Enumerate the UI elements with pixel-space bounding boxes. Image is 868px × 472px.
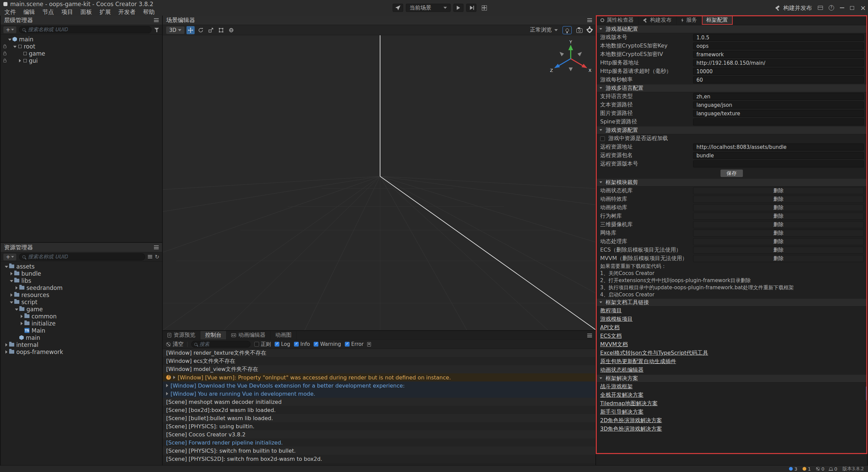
tree-down-arrow-icon[interactable] — [7, 37, 12, 42]
menu-item-项目[interactable]: 项目 — [58, 8, 77, 16]
preview-device-button[interactable] — [393, 4, 403, 12]
layout-button[interactable] — [479, 4, 489, 12]
console-log-row[interactable]: [Window] model_view文件夹不存在 — [163, 365, 595, 373]
inspector-tab-框架配置[interactable]: 框架配置 — [702, 16, 733, 25]
module-delete-button[interactable]: 删除 — [773, 188, 784, 194]
close-button[interactable] — [860, 5, 865, 11]
console-tab-资源预览[interactable]: 资源预览 — [163, 331, 200, 339]
doc-link[interactable]: ECS文档 — [600, 333, 622, 340]
hierarchy-search-input[interactable]: 搜索名称或 UUID — [19, 26, 152, 33]
module-delete-button[interactable]: 删除 — [773, 213, 784, 219]
tree-right-arrow-icon[interactable] — [9, 293, 14, 297]
tree-down-arrow-icon[interactable] — [14, 307, 19, 312]
doc-link[interactable]: 游戏模板项目 — [600, 316, 633, 323]
expand-arrow-icon[interactable] — [173, 376, 175, 379]
doc-link[interactable]: Excel格式转Json文件与TypeScript代码工具 — [600, 350, 708, 357]
doc-link[interactable]: 战斗游戏框架 — [600, 383, 633, 390]
console-tab-动画编辑器[interactable]: 动画编辑器 — [226, 331, 271, 339]
console-log-row[interactable]: [Window] You are running Vue in developm… — [163, 390, 595, 398]
filter-icon[interactable] — [154, 27, 159, 32]
console-log-row[interactable]: [Window] ecs文件夹不存在 — [163, 357, 595, 365]
view-mode-dropdown[interactable]: 正常浏览 — [530, 26, 558, 34]
doc-link[interactable]: 新手引导解决方案 — [600, 409, 644, 416]
inspector-tab-属性检查器[interactable]: 属性检查器 — [596, 16, 638, 25]
tree-node-libs[interactable]: libs — [1, 277, 162, 284]
module-delete-button[interactable]: 删除 — [773, 255, 784, 262]
minimize-button[interactable] — [840, 7, 844, 8]
clear-console-button[interactable]: 清空 — [166, 341, 183, 348]
tree-right-arrow-icon[interactable] — [14, 286, 19, 290]
doc-link[interactable]: 3D角色扮演游戏解决方案 — [600, 426, 662, 433]
console-log-row[interactable]: [Scene] [PHYSICS]: using builtin. — [163, 422, 595, 430]
regex-checkbox[interactable] — [254, 342, 259, 347]
field-input[interactable]: http://localhost:8083/assets/bundle — [693, 143, 864, 151]
assets-search-input[interactable]: 搜索名称或 UUID — [19, 253, 145, 260]
field-input[interactable]: language/texture — [693, 110, 864, 117]
tree-node-gui[interactable]: gui — [1, 57, 162, 64]
warning-count[interactable]: 1 — [803, 466, 811, 472]
doc-link[interactable]: 原生包热更新配置自动生成插件 — [600, 358, 676, 365]
console-log-row[interactable]: [Scene] [PHYSICS]: switch from builtin t… — [163, 447, 595, 455]
panel-menu-icon[interactable] — [154, 18, 159, 22]
tree-node-main[interactable]: main — [1, 36, 162, 43]
doc-link[interactable]: MVVM文档 — [600, 341, 628, 348]
module-delete-button[interactable]: 删除 — [773, 204, 784, 211]
console-log-row[interactable]: [Window] render_texture文件夹不存在 — [163, 349, 595, 357]
add-asset-button[interactable] — [3, 254, 16, 260]
sort-icon[interactable] — [148, 255, 152, 259]
menu-item-文件[interactable]: 文件 — [1, 8, 20, 16]
module-delete-button[interactable]: 删除 — [773, 196, 784, 202]
panel-menu-icon[interactable] — [587, 334, 592, 337]
menu-item-编辑[interactable]: 编辑 — [20, 8, 39, 16]
field-input[interactable]: language/json — [693, 101, 864, 109]
doc-link[interactable]: 动画状态机编辑器 — [600, 367, 644, 374]
help-icon[interactable] — [829, 5, 834, 11]
console-log-row[interactable]: [Scene] [bullet]:bullet wasm lib loaded. — [163, 414, 595, 422]
tree-node-assets[interactable]: assets — [1, 263, 162, 270]
tree-right-arrow-icon[interactable] — [18, 58, 22, 63]
field-input[interactable]: 1.0.5 — [693, 34, 864, 41]
package-icon[interactable] — [818, 6, 823, 10]
tree-node-bundle[interactable]: bundle — [1, 270, 162, 277]
panel-menu-icon[interactable] — [154, 245, 159, 249]
field-input[interactable]: framework — [693, 51, 864, 58]
section-header-5[interactable]: 框架解决方案 — [596, 375, 867, 382]
doc-link[interactable]: 全栈开发解决方案 — [600, 392, 644, 399]
remote-load-checkbox[interactable] — [600, 136, 605, 141]
pivot-tool-button[interactable] — [227, 26, 235, 34]
console-filter-Warning[interactable]: Warning — [314, 341, 341, 347]
expand-arrow-icon[interactable] — [166, 384, 168, 387]
console-log-row[interactable]: [Scene] [PHYSICS2D]: switch from box2d-w… — [163, 455, 595, 463]
checkbox-Warning[interactable] — [314, 342, 318, 347]
console-log-row[interactable]: [Scene] meshopt wasm decoder initialized — [163, 398, 595, 406]
scene-selector-dropdown[interactable]: 当前场景 — [406, 4, 451, 12]
export-log-icon[interactable] — [367, 342, 371, 347]
field-input[interactable]: oops — [693, 42, 864, 50]
tree-node-initialize[interactable]: initialize — [1, 320, 162, 327]
menu-item-节点[interactable]: 节点 — [39, 8, 58, 16]
doc-link[interactable]: 教程项目 — [600, 307, 622, 314]
expand-arrow-icon[interactable] — [166, 392, 168, 395]
info-count[interactable]: 3 — [789, 466, 797, 472]
module-delete-button[interactable]: 删除 — [773, 230, 784, 236]
field-input[interactable] — [693, 118, 864, 125]
tree-node-game[interactable]: game — [1, 50, 162, 57]
tree-node-game[interactable]: game — [1, 306, 162, 313]
collapse-icon[interactable] — [599, 86, 603, 90]
tree-down-arrow-icon[interactable] — [4, 264, 9, 269]
move-tool-button[interactable] — [186, 26, 195, 34]
field-input[interactable]: zh,en — [693, 93, 864, 100]
collapse-icon[interactable] — [599, 128, 603, 132]
console-filter-Error[interactable]: Error — [345, 341, 364, 347]
regex-toggle[interactable]: 正则 — [254, 341, 271, 348]
play-button[interactable] — [453, 4, 463, 12]
console-log-row[interactable]: [Window] Download the Vue Devtools exten… — [163, 381, 595, 390]
tree-node-Main[interactable]: TSMain — [1, 327, 162, 334]
tree-down-arrow-icon[interactable] — [9, 300, 14, 304]
tree-node-internal[interactable]: internal — [1, 341, 162, 348]
section-header-4[interactable]: 框架文档工具链接 — [596, 299, 867, 307]
console-log-row[interactable]: [Scene] Cocos Creator v3.8.2 — [163, 430, 595, 438]
inspector-tab-服务[interactable]: 服务 — [676, 16, 702, 25]
checkbox-Info[interactable] — [294, 342, 299, 347]
mode-3d-button[interactable]: 3D — [166, 26, 184, 34]
